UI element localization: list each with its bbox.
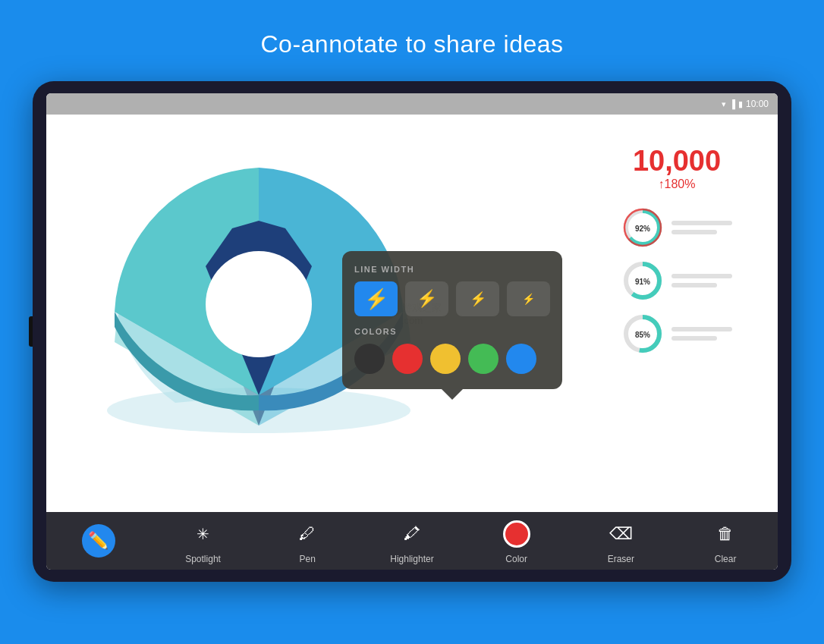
highlighter-label: Highlighter [390,554,433,564]
bar-line [671,274,732,278]
svg-text:92%: 92% [635,225,650,233]
pen-icon: 🖊 [299,524,316,544]
line-width-options: ⚡ ⚡ ⚡ ⚡ [354,281,550,316]
color-picker-dot [503,520,530,548]
donut-1: 92% [621,206,664,249]
content-area: 10,000 ↑180% 92% [46,115,778,512]
color-blue[interactable] [506,344,536,374]
tool-active-pen[interactable]: ✏️ [68,524,129,558]
battery-icon: ▮ [738,99,743,109]
tool-color[interactable]: Color [486,517,547,564]
bar-line [671,327,732,331]
line-width-option-1[interactable]: ⚡ [354,281,398,316]
clear-label: Clear [715,554,737,564]
eraser-icon: ⌫ [609,524,633,544]
big-percent: ↑180% [621,177,732,191]
color-wrap [500,517,533,551]
line-width-icon-3: ⚡ [470,291,486,307]
line-width-icon-1: ⚡ [364,287,388,311]
line-width-icon-4: ⚡ [522,293,535,305]
stat-row-3: 85% [621,313,732,355]
bottom-toolbar: ✏️ ✳ Spotlight 🖊 Pen 🖍 [46,512,778,570]
bar-line [671,221,732,225]
wifi-icon: ▾ [722,99,726,109]
svg-text:85%: 85% [635,331,650,339]
pen-edit-icon: ✏️ [88,531,109,551]
tool-clear[interactable]: 🗑 Clear [695,517,756,564]
colors-label: COLORS [354,327,550,336]
tablet-frame: ▾ ▐ ▮ 10:00 [33,81,791,582]
color-red[interactable] [392,344,423,374]
highlighter-wrap: 🖍 [395,517,429,551]
bar-line [671,230,717,234]
bar-lines-1 [671,221,732,234]
tool-highlighter[interactable]: 🖍 Highlighter [382,517,442,564]
eraser-label: Eraser [608,554,634,564]
pen-label: Pen [300,554,316,564]
bar-lines-3 [671,327,732,341]
signal-icon: ▐ [729,99,735,108]
tool-pen[interactable]: 🖊 Pen [277,517,338,564]
stat-row-2: 91% [621,259,732,302]
spotlight-wrap: ✳ [187,517,220,551]
spotlight-icon: ✳ [197,525,209,543]
line-width-icon-2: ⚡ [417,289,437,309]
bar-lines-2 [671,274,732,287]
status-time: 10:00 [746,99,769,109]
annotation-popup: LINE WIDTH ⚡ ⚡ ⚡ ⚡ COLORS [342,251,562,389]
trash-icon: 🗑 [717,524,734,544]
stat-row-1: 92% [621,206,732,249]
highlighter-icon: 🖍 [404,524,420,544]
donut-3: 85% [621,313,664,355]
color-label: Color [505,554,527,564]
bar-line [671,283,717,287]
header-title: Co-annotate to share ideas [260,30,563,58]
donut-2: 91% [621,259,664,302]
line-width-option-3[interactable]: ⚡ [456,281,499,316]
clear-wrap: 🗑 [709,517,742,551]
line-width-option-4[interactable]: ⚡ [507,281,550,316]
svg-text:91%: 91% [635,278,650,286]
status-icons: ▾ ▐ ▮ 10:00 [722,99,769,109]
spotlight-label: Spotlight [185,554,221,564]
svg-point-1 [206,251,312,357]
tablet-screen: ▾ ▐ ▮ 10:00 [46,93,778,570]
bar-line [671,336,717,341]
line-width-option-2[interactable]: ⚡ [405,281,448,316]
pen-wrap: 🖊 [291,517,324,551]
tool-eraser[interactable]: ⌫ Eraser [590,517,651,564]
eraser-wrap: ⌫ [604,517,637,551]
big-number: 10,000 [621,145,732,177]
color-green[interactable] [468,344,498,374]
status-bar: ▾ ▐ ▮ 10:00 [46,93,778,115]
tool-spotlight[interactable]: ✳ Spotlight [173,517,234,564]
stats-panel: 10,000 ↑180% 92% [621,145,732,366]
line-width-label: LINE WIDTH [354,265,550,274]
top-header: Co-annotate to share ideas [0,0,824,81]
color-options [354,344,550,374]
color-black[interactable] [354,344,385,374]
active-pen-wrap: ✏️ [82,524,115,558]
color-yellow[interactable] [430,344,461,374]
